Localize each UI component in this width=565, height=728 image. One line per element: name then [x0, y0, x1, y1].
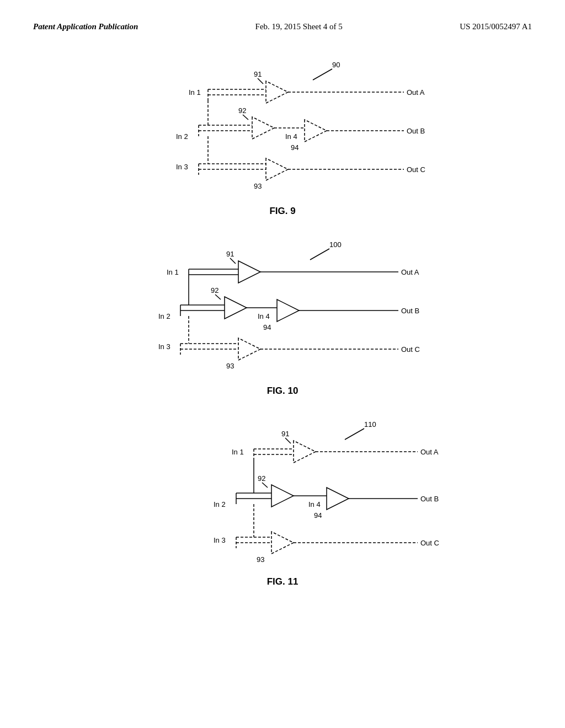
- svg-text:Out A: Out A: [407, 88, 425, 97]
- svg-line-72: [285, 438, 291, 443]
- svg-text:In 2: In 2: [176, 132, 188, 141]
- svg-line-81: [262, 483, 268, 488]
- header-patent-number: US 2015/0052497 A1: [460, 22, 532, 31]
- header-publication-type: Patent Application Publication: [33, 22, 138, 31]
- fig11-svg: 110 In 1 91 Out A In 2 92 In 4 94 Out B: [111, 402, 454, 573]
- svg-line-35: [310, 249, 329, 260]
- fig11-label: FIG. 11: [267, 576, 299, 587]
- svg-line-38: [230, 258, 236, 264]
- svg-marker-73: [294, 441, 316, 463]
- page-header: Patent Application Publication Feb. 19, …: [0, 0, 565, 42]
- svg-text:91: 91: [281, 430, 289, 438]
- svg-text:In 1: In 1: [232, 448, 244, 456]
- svg-text:In 1: In 1: [189, 88, 201, 97]
- svg-line-13: [243, 115, 248, 120]
- svg-marker-82: [271, 485, 294, 507]
- svg-marker-95: [271, 532, 294, 554]
- svg-text:Out A: Out A: [420, 448, 439, 456]
- svg-text:92: 92: [211, 286, 218, 295]
- svg-text:In 4: In 4: [308, 500, 321, 508]
- svg-text:In 2: In 2: [158, 312, 170, 320]
- svg-marker-89: [327, 488, 349, 510]
- svg-text:Out C: Out C: [401, 345, 420, 354]
- svg-text:93: 93: [257, 555, 264, 564]
- fig9-label: FIG. 9: [269, 206, 295, 217]
- svg-text:91: 91: [226, 250, 234, 258]
- svg-text:In 1: In 1: [167, 268, 179, 276]
- svg-text:110: 110: [364, 420, 376, 429]
- svg-text:In 4: In 4: [258, 312, 270, 320]
- svg-text:In 3: In 3: [214, 536, 226, 544]
- svg-text:92: 92: [258, 474, 265, 483]
- svg-text:Out A: Out A: [401, 268, 419, 276]
- fig9-svg: 90 In 1 91 Out A In 2 92 In 4 94: [117, 42, 448, 202]
- svg-line-69: [345, 429, 364, 440]
- svg-text:Out B: Out B: [420, 495, 439, 503]
- svg-marker-48: [225, 297, 247, 319]
- svg-marker-27: [266, 158, 288, 180]
- svg-marker-55: [277, 299, 299, 322]
- svg-marker-14: [252, 117, 274, 139]
- figure-11-section: 110 In 1 91 Out A In 2 92 In 4 94 Out B: [0, 402, 565, 587]
- fig10-svg: 100 In 1 91 Out A In 2 92 In 4 94: [117, 222, 448, 382]
- svg-line-4: [258, 78, 263, 84]
- svg-text:94: 94: [263, 323, 271, 331]
- svg-text:93: 93: [254, 182, 262, 190]
- figure-10-section: 100 In 1 91 Out A In 2 92 In 4 94: [0, 222, 565, 397]
- svg-marker-21: [305, 120, 327, 142]
- svg-text:94: 94: [291, 143, 299, 152]
- svg-marker-39: [238, 261, 260, 283]
- svg-marker-61: [238, 338, 260, 360]
- svg-line-47: [215, 295, 221, 299]
- svg-text:Out B: Out B: [407, 127, 425, 135]
- svg-marker-5: [266, 81, 288, 103]
- svg-text:In 3: In 3: [158, 342, 170, 351]
- figure-9-section: 90 In 1 91 Out A In 2 92 In 4 94: [0, 42, 565, 217]
- header-date-sheet: Feb. 19, 2015 Sheet 4 of 5: [255, 22, 343, 31]
- svg-text:90: 90: [332, 61, 340, 69]
- svg-text:100: 100: [329, 240, 342, 249]
- fig10-label: FIG. 10: [267, 386, 299, 397]
- svg-text:93: 93: [226, 362, 234, 370]
- svg-text:In 3: In 3: [176, 163, 188, 171]
- svg-line-1: [313, 69, 332, 80]
- svg-text:94: 94: [314, 511, 322, 520]
- svg-text:In 2: In 2: [214, 500, 226, 508]
- svg-text:92: 92: [238, 106, 246, 115]
- svg-text:In 4: In 4: [285, 132, 297, 141]
- svg-text:Out B: Out B: [401, 307, 419, 315]
- svg-text:91: 91: [254, 70, 262, 78]
- svg-text:Out C: Out C: [420, 539, 439, 547]
- svg-text:Out C: Out C: [407, 165, 425, 174]
